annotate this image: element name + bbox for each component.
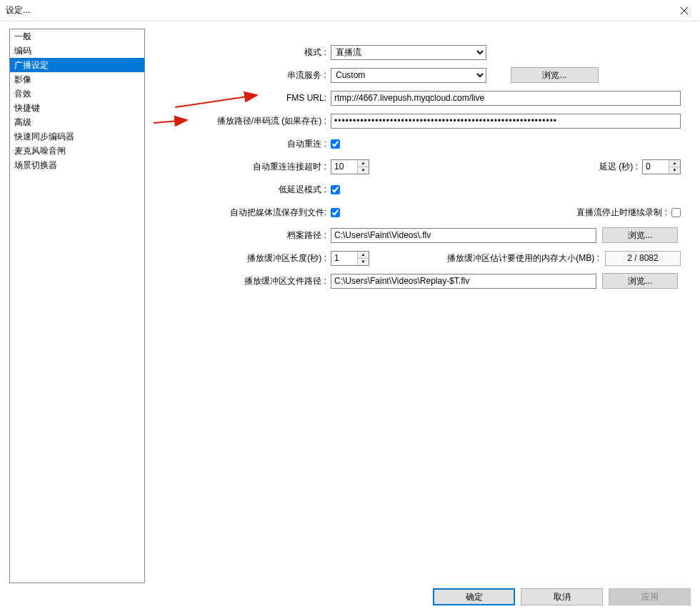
reconnecttimeout-label: 自动重连连接超时 : bbox=[154, 161, 331, 173]
savefile-label: 自动把媒体流保存到文件: bbox=[154, 207, 331, 219]
delay-spinner[interactable]: ▲▼ bbox=[642, 159, 681, 174]
apply-button[interactable]: 应用 bbox=[609, 588, 691, 605]
bufferpath-label: 播放缓冲区文件路径 : bbox=[154, 275, 331, 287]
filepath-label: 档案路径 : bbox=[154, 229, 331, 242]
memest-value: 2 / 8082 bbox=[605, 251, 681, 266]
bufferlen-label: 播放缓冲区长度(秒) : bbox=[154, 252, 331, 264]
sidebar-item-quicksync[interactable]: 快速同步编码器 bbox=[10, 129, 144, 144]
fms-url-input[interactable] bbox=[331, 91, 681, 106]
sidebar-item-encoding[interactable]: 编码 bbox=[10, 44, 144, 58]
reconnect-timeout-spinner[interactable]: ▲▼ bbox=[331, 159, 369, 174]
ok-button[interactable]: 确定 bbox=[433, 588, 515, 605]
spin-up-icon[interactable]: ▲ bbox=[669, 160, 680, 167]
browse-filepath-button[interactable]: 浏览... bbox=[602, 227, 678, 243]
sidebar-item-audio[interactable]: 音效 bbox=[10, 86, 144, 101]
spin-up-icon[interactable]: ▲ bbox=[358, 252, 369, 259]
sidebar-item-advanced[interactable]: 高级 bbox=[10, 115, 144, 129]
keeprecording-label: 直播流停止时继续录制 : bbox=[576, 207, 667, 219]
sidebar-item-broadcast[interactable]: 广播设定 bbox=[10, 58, 144, 72]
bufferlen-spinner[interactable]: ▲▼ bbox=[331, 251, 369, 266]
filepath-input[interactable] bbox=[331, 228, 596, 243]
delay-label: 延迟 (秒) : bbox=[599, 161, 638, 173]
fms-label: FMS URL: bbox=[154, 93, 331, 103]
bufferpath-input[interactable] bbox=[331, 274, 596, 289]
keeprecording-checkbox[interactable] bbox=[671, 208, 681, 217]
mode-select[interactable]: 直播流 bbox=[331, 45, 486, 60]
titlebar: 设定... bbox=[0, 0, 700, 21]
autoreconnect-checkbox[interactable] bbox=[331, 139, 340, 149]
spin-down-icon[interactable]: ▼ bbox=[358, 259, 369, 265]
spin-down-icon[interactable]: ▼ bbox=[358, 167, 369, 174]
settings-panel: 模式 : 直播流 串流服务 : Custom 浏览... FMS URL: bbox=[154, 29, 691, 583]
savefile-checkbox[interactable] bbox=[331, 208, 340, 217]
mode-label: 模式 : bbox=[154, 46, 331, 59]
playpath-label: 播放路径/串码流 (如果存在) : bbox=[154, 115, 331, 127]
sidebar-item-sceneswitcher[interactable]: 场景切换器 bbox=[10, 158, 144, 172]
lowlatency-checkbox[interactable] bbox=[331, 185, 340, 194]
spin-up-icon[interactable]: ▲ bbox=[358, 160, 369, 167]
sidebar: 一般 编码 广播设定 影像 音效 快捷键 高级 快速同步编码器 麦克风噪音闸 场… bbox=[9, 29, 145, 583]
dialog-footer: 确定 取消 应用 bbox=[433, 588, 691, 605]
bufferlen-input[interactable] bbox=[331, 252, 357, 265]
browse-service-button[interactable]: 浏览... bbox=[511, 67, 599, 83]
sidebar-item-video[interactable]: 影像 bbox=[10, 72, 144, 86]
sidebar-item-general[interactable]: 一般 bbox=[10, 29, 144, 44]
playpath-input[interactable] bbox=[331, 114, 681, 129]
lowlatency-label: 低延迟模式 : bbox=[154, 184, 331, 196]
window-title: 设定... bbox=[6, 4, 30, 16]
reconnect-timeout-input[interactable] bbox=[331, 160, 357, 174]
delay-input[interactable] bbox=[643, 160, 669, 174]
browse-bufferpath-button[interactable]: 浏览... bbox=[602, 273, 678, 289]
close-button[interactable] bbox=[668, 0, 700, 21]
main-area: 一般 编码 广播设定 影像 音效 快捷键 高级 快速同步编码器 麦克风噪音闸 场… bbox=[0, 21, 700, 583]
service-label: 串流服务 : bbox=[154, 69, 331, 81]
cancel-button[interactable]: 取消 bbox=[521, 588, 603, 605]
sidebar-item-hotkeys[interactable]: 快捷键 bbox=[10, 101, 144, 115]
memest-label: 播放缓冲区估计要使用的内存大小(MB) : bbox=[447, 252, 599, 264]
spin-down-icon[interactable]: ▼ bbox=[669, 167, 680, 174]
service-select[interactable]: Custom bbox=[331, 68, 486, 83]
sidebar-item-noisegate[interactable]: 麦克风噪音闸 bbox=[10, 144, 144, 158]
autoreconnect-label: 自动重连 : bbox=[154, 138, 331, 150]
